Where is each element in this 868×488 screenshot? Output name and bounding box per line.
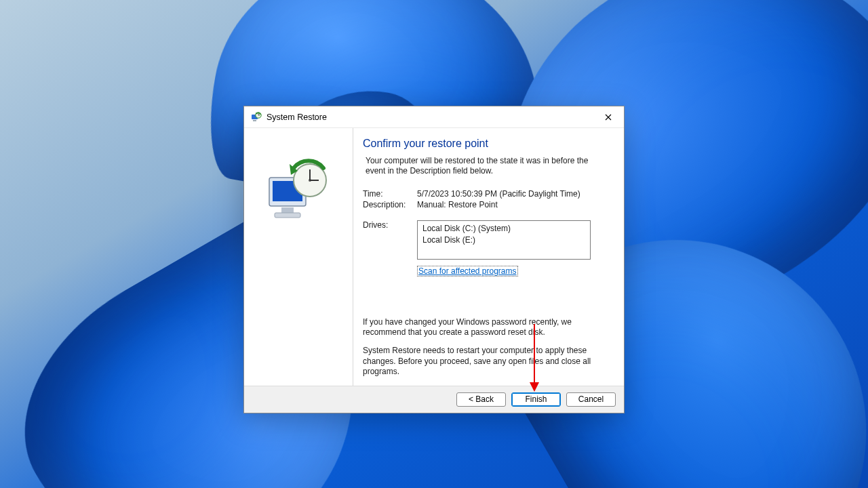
- annotation-arrow-icon: [534, 324, 535, 390]
- page-title: Confirm your restore point: [363, 138, 610, 150]
- drives-listbox[interactable]: Local Disk (C:) (System) Local Disk (E:): [417, 220, 591, 260]
- window-title: System Restore: [267, 113, 593, 122]
- intro-text: Your computer will be restored to the st…: [366, 156, 610, 177]
- restore-illustration-icon: [261, 159, 336, 226]
- time-label: Time:: [363, 189, 417, 199]
- description-label: Description:: [363, 200, 417, 209]
- scan-affected-programs-link[interactable]: Scan for affected programs: [417, 266, 518, 277]
- svg-rect-1: [253, 120, 256, 121]
- time-value: 5/7/2023 10:50:39 PM (Pacific Daylight T…: [417, 189, 610, 199]
- wizard-sidebar: [244, 128, 353, 386]
- system-restore-icon: [251, 112, 262, 123]
- svg-rect-9: [275, 213, 300, 218]
- drives-label: Drives:: [363, 220, 417, 260]
- svg-rect-8: [281, 207, 294, 213]
- system-restore-dialog: System Restore: [243, 106, 625, 413]
- list-item[interactable]: Local Disk (C:) (System): [422, 223, 585, 235]
- list-item[interactable]: Local Disk (E:): [422, 235, 585, 246]
- cancel-button[interactable]: Cancel: [566, 392, 616, 407]
- titlebar[interactable]: System Restore: [244, 106, 624, 128]
- wizard-footer: < Back Finish Cancel: [244, 386, 624, 413]
- back-button[interactable]: < Back: [456, 392, 506, 407]
- wizard-content: Confirm your restore point Your computer…: [353, 128, 624, 386]
- restart-note: System Restore needs to restart your com…: [363, 346, 610, 377]
- description-value: Manual: Restore Point: [417, 200, 610, 209]
- password-note: If you have changed your Windows passwor…: [363, 317, 610, 338]
- close-button[interactable]: [593, 106, 624, 127]
- finish-button[interactable]: Finish: [511, 392, 561, 407]
